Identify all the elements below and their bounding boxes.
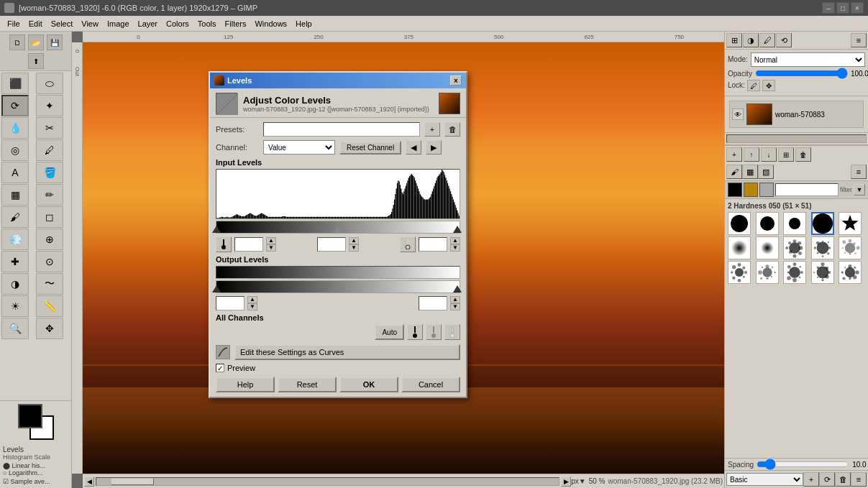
panel-menu-btn[interactable]: ≡ <box>851 33 867 47</box>
opacity-slider[interactable] <box>755 68 848 78</box>
channel-left-button[interactable]: ◀ <box>406 140 421 155</box>
dialog-close-button[interactable]: × <box>450 75 462 86</box>
tool-gradient[interactable]: ▦ <box>1 184 29 206</box>
sample-option[interactable]: ☑ Sample ave... <box>3 478 50 485</box>
menu-windows[interactable]: Windows <box>250 19 291 29</box>
input-mid-down[interactable]: ▼ <box>349 244 359 252</box>
tool-pencil[interactable]: ✏ <box>36 184 63 206</box>
zoom-display[interactable]: 50 % <box>589 477 606 485</box>
tool-select-rect[interactable]: ⬛ <box>1 73 29 94</box>
panel-hscroll[interactable] <box>726 134 867 143</box>
tool-heal[interactable]: ✚ <box>1 251 29 272</box>
unit-select[interactable]: px▼ <box>571 477 585 485</box>
input-mid-spinner[interactable]: ▲ ▼ <box>349 237 359 252</box>
patterns-btn[interactable]: ▦ <box>742 165 758 179</box>
dialog-title-bar[interactable]: Levels × <box>210 73 466 88</box>
output-high-value[interactable]: 255 <box>419 296 447 310</box>
paths-btn[interactable]: 🖊 <box>759 33 775 47</box>
channel-select[interactable]: Value Red Green Blue Alpha <box>263 140 335 155</box>
close-button[interactable]: × <box>851 2 864 14</box>
input-mid-value[interactable]: 1.00 <box>317 237 346 252</box>
tool-eraser[interactable]: ◻ <box>36 206 63 228</box>
tool-paths[interactable]: 🖊 <box>36 139 63 161</box>
auto-button[interactable]: Auto <box>375 324 404 340</box>
white-point-picker[interactable] <box>444 324 460 340</box>
brush-cell[interactable] <box>783 212 806 235</box>
tool-perspective[interactable]: ⊙ <box>36 251 63 272</box>
open-image-icon[interactable]: 📂 <box>28 34 44 50</box>
brush-cell[interactable] <box>756 261 779 284</box>
brush-cell[interactable] <box>783 261 806 284</box>
brush-menu-btn[interactable]: ≡ <box>851 472 867 487</box>
save-image-icon[interactable]: 💾 <box>47 34 63 50</box>
cancel-button[interactable]: Cancel <box>401 377 460 392</box>
output-high-down[interactable]: ▼ <box>450 303 460 310</box>
channels-btn[interactable]: ◑ <box>743 33 759 47</box>
menu-edit[interactable]: Edit <box>24 19 47 29</box>
undo-history-btn[interactable]: ⟲ <box>776 33 792 47</box>
brush-cell[interactable] <box>728 261 751 284</box>
input-high-spinner[interactable]: ▲ ▼ <box>450 237 460 252</box>
brush-cell[interactable] <box>756 236 779 259</box>
menu-filters[interactable]: Filters <box>221 19 251 29</box>
add-preset-button[interactable]: + <box>424 122 440 137</box>
raise-layer-btn[interactable]: ↑ <box>744 147 759 162</box>
bg-color-swatch[interactable] <box>744 183 758 197</box>
brush-category-select[interactable]: Basic <box>726 473 803 486</box>
brush-cell[interactable] <box>783 236 806 259</box>
scroll-track-h[interactable] <box>96 477 559 486</box>
lock-pixels-btn[interactable]: 🖊 <box>747 80 760 91</box>
scroll-left-btn[interactable]: ◀ <box>84 477 94 487</box>
minimize-button[interactable]: – <box>822 2 835 14</box>
tool-text[interactable]: A <box>1 162 29 183</box>
tool-select-color[interactable]: 💧 <box>1 117 29 139</box>
brush-cell[interactable] <box>811 261 834 284</box>
menu-file[interactable]: File <box>3 19 24 29</box>
brushes-btn[interactable]: 🖌 <box>726 165 742 179</box>
tool-measure[interactable]: 📏 <box>36 295 63 317</box>
output-low-spinner[interactable]: ▲ ▼ <box>247 296 257 310</box>
presets-input[interactable] <box>263 122 420 137</box>
brush-cell[interactable] <box>839 236 862 259</box>
reset-button[interactable]: Reset <box>278 377 337 392</box>
horizontal-scrollbar[interactable]: ◀ ▶ px▼ 50 % woman-570883_1920.jpg (23.2… <box>83 474 724 488</box>
menu-help[interactable]: Help <box>291 19 316 29</box>
output-black-slider[interactable] <box>212 285 221 293</box>
input-low-up[interactable]: ▲ <box>266 237 276 244</box>
spacing-slider[interactable] <box>757 460 849 469</box>
fg-color-swatch[interactable] <box>728 183 742 197</box>
output-low-value[interactable]: 0 <box>216 296 245 310</box>
tool-select-ellipse[interactable]: ⬭ <box>36 73 63 94</box>
tool-smudge[interactable]: 〜 <box>36 273 63 295</box>
preview-checkbox[interactable] <box>216 364 224 372</box>
white-point-slider[interactable] <box>453 226 462 233</box>
input-high-down[interactable]: ▼ <box>450 244 460 252</box>
help-button[interactable]: Help <box>216 377 275 392</box>
tool-zoom[interactable]: 🔍 <box>1 318 29 339</box>
edit-curves-button[interactable]: Edit these Settings as Curves <box>234 344 460 360</box>
lock-position-btn[interactable]: ✥ <box>762 80 775 91</box>
tool-dodge-burn[interactable]: ☀ <box>1 295 29 317</box>
brush-cell[interactable] <box>811 212 834 235</box>
color-selector[interactable] <box>18 404 54 440</box>
input-levels-slider[interactable] <box>216 221 460 234</box>
brush-new-btn[interactable]: + <box>803 472 819 487</box>
tool-paintbrush[interactable]: 🖌 <box>1 206 29 228</box>
input-high-up[interactable]: ▲ <box>450 237 460 244</box>
maximize-button[interactable]: □ <box>836 2 849 14</box>
menu-tools[interactable]: Tools <box>193 19 221 29</box>
white-eyedropper-button[interactable] <box>400 236 416 252</box>
tool-airbrush[interactable]: 💨 <box>1 229 29 250</box>
black-point-slider[interactable] <box>212 226 221 233</box>
tool-fill[interactable]: 🪣 <box>36 162 63 183</box>
menu-select[interactable]: Select <box>47 19 78 29</box>
gradients-btn[interactable]: ▧ <box>758 165 774 179</box>
tool-move[interactable]: ✥ <box>36 318 63 339</box>
input-low-down[interactable]: ▼ <box>266 244 276 252</box>
brush-refresh-btn[interactable]: ⟳ <box>819 472 835 487</box>
mode-select[interactable]: Normal <box>751 52 865 67</box>
input-mid-up[interactable]: ▲ <box>349 237 359 244</box>
tool-foreground-select[interactable]: ◎ <box>1 139 29 161</box>
channel-right-button[interactable]: ▶ <box>426 140 442 155</box>
brush-cell[interactable] <box>728 212 751 235</box>
